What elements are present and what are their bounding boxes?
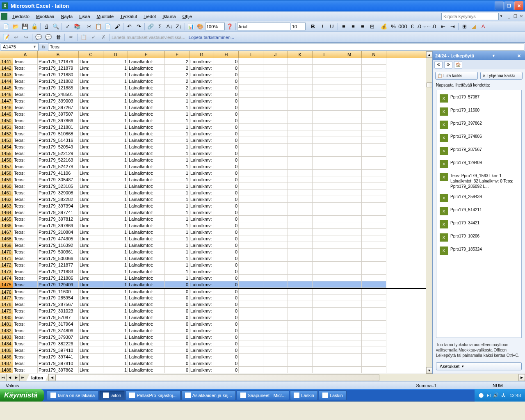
cell[interactable] [362, 130, 386, 137]
cell[interactable]: Teos: [13, 222, 38, 229]
cell[interactable]: Ppro179_379307 [38, 334, 79, 340]
paste-all-button[interactable]: 📋Liitä kaikki [435, 72, 478, 80]
cell[interactable]: Ppro179_121877 [38, 262, 79, 268]
cell[interactable]: Ppro179_287567 [38, 301, 79, 308]
table-row[interactable]: 1465Teos:Ppro179_397812Lkm:1Lainalkmtot:… [0, 216, 426, 222]
cell[interactable]: Lkm: [79, 91, 103, 98]
cell[interactable]: 1 [165, 216, 189, 222]
row-header[interactable]: 1445 [0, 84, 13, 91]
cell[interactable] [288, 281, 313, 288]
row-header[interactable]: 1466 [0, 222, 13, 229]
cell[interactable]: Lainalkmtot: [128, 367, 165, 373]
cell[interactable]: Lainalkmv: [189, 289, 214, 294]
cell[interactable] [313, 176, 337, 183]
cell[interactable]: 0 [214, 117, 239, 124]
cell[interactable] [288, 157, 313, 163]
cell[interactable]: 0 [165, 360, 189, 367]
cell[interactable] [239, 340, 263, 347]
cell[interactable] [239, 157, 263, 163]
sort-desc-button[interactable]: Z↓ [174, 22, 183, 31]
cell[interactable]: Ppro179_317964 [38, 321, 79, 327]
cell[interactable] [263, 301, 288, 308]
cell[interactable] [288, 308, 313, 314]
cell[interactable] [263, 235, 288, 242]
column-header-B[interactable]: B [38, 51, 79, 58]
cell[interactable] [337, 104, 362, 111]
cell[interactable]: Teos: [13, 91, 38, 98]
cell[interactable]: Ppro179_397812 [38, 216, 79, 222]
cell[interactable]: Lainalkmtot: [128, 209, 165, 216]
cell[interactable] [239, 203, 263, 209]
cell[interactable] [288, 111, 313, 117]
cell[interactable] [362, 222, 386, 229]
cell[interactable]: Teos: [13, 78, 38, 84]
cell[interactable]: Lkm: [79, 275, 103, 281]
cell[interactable]: Lainalkmtot: [128, 289, 165, 294]
cell[interactable]: 0 [214, 84, 239, 91]
cell[interactable]: 1 [165, 268, 189, 275]
task-pane-forward-button[interactable]: ⟳ [444, 61, 452, 68]
cell[interactable] [239, 144, 263, 150]
cell[interactable] [288, 137, 313, 144]
cell[interactable] [362, 334, 386, 340]
cell[interactable] [362, 281, 386, 288]
cell[interactable]: 1 [103, 222, 128, 229]
accept-button[interactable]: ✓ [89, 33, 98, 42]
cell[interactable] [239, 242, 263, 249]
cell[interactable] [288, 183, 313, 189]
cell[interactable] [239, 130, 263, 137]
cell[interactable] [362, 104, 386, 111]
cell[interactable] [239, 189, 263, 196]
cell[interactable]: 1 [165, 150, 189, 157]
cell[interactable] [263, 58, 288, 65]
cell[interactable]: 1 [103, 71, 128, 78]
cell[interactable]: Lainalkmtot: [128, 170, 165, 176]
cell[interactable]: Lkm: [79, 222, 103, 229]
cell[interactable]: Lkm: [79, 289, 103, 294]
cell[interactable] [288, 294, 313, 301]
cell[interactable]: Teos: [13, 294, 38, 301]
cell[interactable]: Teos: [13, 367, 38, 373]
cell[interactable] [362, 91, 386, 98]
cell[interactable] [288, 163, 313, 170]
row-header[interactable]: 1456 [0, 157, 13, 163]
cell[interactable] [313, 289, 337, 294]
table-row[interactable]: 1471Teos:Ppro179_500366Lkm:1Lainalkmtot:… [0, 255, 426, 262]
cell[interactable]: 1 [103, 268, 128, 275]
cell[interactable] [263, 222, 288, 229]
column-header-M[interactable]: M [337, 51, 362, 58]
cell[interactable] [239, 268, 263, 275]
cell[interactable] [313, 281, 337, 288]
cell[interactable]: 1 [103, 294, 128, 301]
cell[interactable] [239, 301, 263, 308]
cell[interactable] [239, 327, 263, 334]
cell[interactable]: Lainalkmv: [189, 354, 214, 360]
bold-button[interactable]: B [308, 22, 317, 31]
new-comment-button[interactable]: 📝 [2, 33, 11, 42]
cell[interactable] [263, 347, 288, 354]
cell[interactable] [288, 289, 313, 294]
cell[interactable] [288, 65, 313, 71]
cell[interactable]: Lainalkmtot: [128, 294, 165, 301]
cell[interactable] [263, 242, 288, 249]
undo-button[interactable]: ↶ [125, 22, 134, 31]
table-row[interactable]: 1449Teos:Ppro179_397507Lkm:1Lainalkmtot:… [0, 111, 426, 117]
cell[interactable]: Teos: [13, 84, 38, 91]
cell[interactable] [263, 111, 288, 117]
cell[interactable] [263, 321, 288, 327]
cell[interactable]: Teos: [13, 183, 38, 189]
cell[interactable]: Lainalkmv: [189, 242, 214, 249]
table-row[interactable]: 1451Teos:Ppro179_121881Lkm:1Lainalkmtot:… [0, 124, 426, 130]
row-header[interactable]: 1443 [0, 71, 13, 78]
euro-button[interactable]: € [408, 22, 417, 31]
cell[interactable]: 1 [103, 150, 128, 157]
cell[interactable]: Teos: [13, 144, 38, 150]
cell[interactable]: 2 [165, 71, 189, 78]
scroll-up-button[interactable]: ▲ [426, 51, 432, 58]
cell[interactable]: Lainalkmtot: [128, 137, 165, 144]
cell[interactable]: Teos: [13, 314, 38, 321]
cell[interactable]: 0 [165, 354, 189, 360]
cell[interactable]: Lainalkmtot: [128, 334, 165, 340]
formula-input[interactable]: Teos: [48, 43, 524, 51]
cell[interactable] [288, 334, 313, 340]
